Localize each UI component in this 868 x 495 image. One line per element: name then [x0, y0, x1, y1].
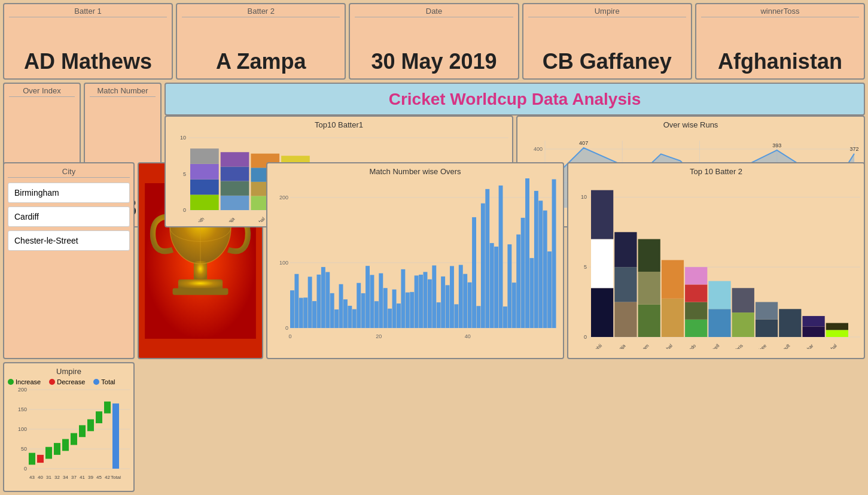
main-layout: Batter 1 AD Mathews Batter 2 A Zampa Dat… [0, 0, 868, 495]
match-overs-canvas [271, 178, 559, 341]
match-overs-title: Match Number wise Overs [271, 167, 559, 176]
date-card: Date 30 May 2019 [349, 3, 519, 80]
svg-rect-4 [173, 288, 229, 294]
umpire-chart-title: Umpire [8, 367, 130, 376]
top10-batter2-chart: Top 10 Batter 2 [567, 162, 865, 359]
top10-batter1-title: Top10 Batter1 [169, 120, 508, 129]
city-label: City [8, 167, 130, 178]
winnertoss-card: winnerToss Afghanistan [695, 3, 865, 80]
batter1-card: Batter 1 AD Mathews [3, 3, 173, 80]
date-label: Date [355, 7, 513, 17]
total-dot [93, 379, 99, 385]
legend-decrease: Decrease [49, 378, 85, 385]
city-cardiff[interactable]: Cardiff [8, 206, 130, 227]
overwise-runs-title: Over wise Runs [521, 120, 860, 129]
match-number-label: Match Number [90, 86, 156, 97]
city-chester[interactable]: Chester-le-Street [8, 230, 130, 251]
match-overs-chart: Match Number wise Overs [266, 162, 564, 359]
city-list: Birmingham Cardiff Chester-le-Street [8, 180, 130, 251]
umpire-canvas [8, 387, 130, 482]
over-index-label: Over Index [9, 86, 75, 97]
legend-increase: Increase [8, 378, 41, 385]
increase-dot [8, 379, 14, 385]
batter2-label: Batter 2 [182, 7, 340, 17]
main-title: Cricket Worldcup Data Analysis [389, 90, 641, 109]
decrease-dot [49, 379, 55, 385]
batter1-value: AD Mathews [24, 50, 152, 74]
city-section: City Birmingham Cardiff Chester-le-Stree… [3, 162, 135, 359]
bottom-row: City Birmingham Cardiff Chester-le-Stree… [3, 162, 865, 492]
legend-total: Total [93, 378, 115, 385]
batter2-value: A Zampa [216, 50, 306, 74]
winnertoss-label: winnerToss [701, 7, 859, 17]
top-cards-row: Batter 1 AD Mathews Batter 2 A Zampa Dat… [3, 3, 865, 80]
winnertoss-value: Afghanistan [718, 50, 842, 74]
svg-rect-3 [178, 279, 223, 289]
umpire-label: Umpire [528, 7, 686, 17]
umpire-card: Umpire CB Gaffaney [522, 3, 692, 80]
batter2-canvas [572, 178, 860, 349]
umpire-chart: Umpire Increase Decrease Total [3, 362, 135, 492]
batter2-card: Batter 2 A Zampa [176, 3, 346, 80]
umpire-value: CB Gaffaney [543, 50, 672, 74]
batter1-label: Batter 1 [9, 7, 167, 17]
title-banner: Cricket Worldcup Data Analysis [165, 83, 865, 116]
mid-row: Over Index 225 Match Number 28 Cricket W… [3, 83, 865, 159]
date-value: 30 May 2019 [371, 50, 497, 74]
top10-batter2-title: Top 10 Batter 2 [572, 167, 860, 176]
city-birmingham[interactable]: Birmingham [8, 183, 130, 203]
